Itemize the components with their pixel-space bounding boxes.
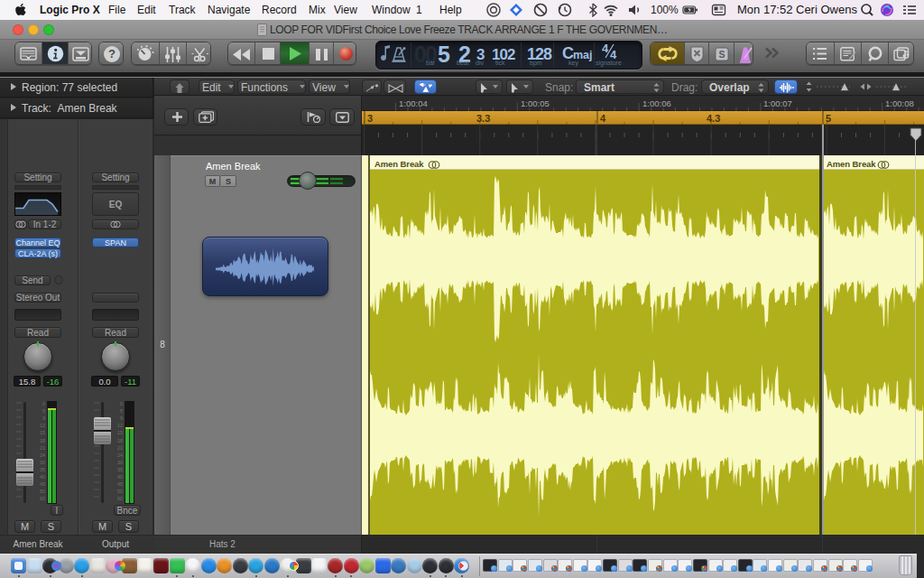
svg-text:9: 9 bbox=[42, 415, 45, 421]
svg-text:35: 35 bbox=[40, 467, 45, 472]
svg-text:21: 21 bbox=[40, 445, 45, 451]
svg-text:24: 24 bbox=[40, 452, 45, 458]
svg-text:5: 5 bbox=[120, 408, 123, 414]
svg-text:0: 0 bbox=[120, 401, 123, 406]
svg-text:12: 12 bbox=[117, 423, 123, 428]
svg-text:50: 50 bbox=[117, 489, 123, 494]
svg-text:18: 18 bbox=[40, 438, 45, 443]
svg-text:45: 45 bbox=[117, 481, 123, 487]
svg-text:15: 15 bbox=[117, 430, 123, 435]
svg-text:5: 5 bbox=[42, 408, 45, 414]
svg-text:15: 15 bbox=[40, 430, 45, 435]
svg-text:0: 0 bbox=[42, 401, 45, 406]
svg-text:35: 35 bbox=[117, 467, 123, 472]
svg-text:9: 9 bbox=[120, 415, 123, 421]
svg-text:18: 18 bbox=[117, 438, 123, 443]
svg-text:40: 40 bbox=[40, 474, 45, 480]
svg-text:45: 45 bbox=[40, 481, 45, 487]
svg-text:50: 50 bbox=[40, 489, 45, 494]
svg-text:60: 60 bbox=[117, 496, 123, 501]
svg-text:40: 40 bbox=[117, 474, 123, 480]
svg-text:30: 30 bbox=[117, 460, 123, 465]
svg-text:30: 30 bbox=[40, 460, 45, 465]
svg-text:12: 12 bbox=[40, 423, 45, 428]
svg-text:S: S bbox=[718, 49, 725, 60]
svg-text:21: 21 bbox=[117, 445, 123, 451]
svg-text:24: 24 bbox=[117, 452, 123, 458]
svg-text:60: 60 bbox=[40, 496, 45, 501]
